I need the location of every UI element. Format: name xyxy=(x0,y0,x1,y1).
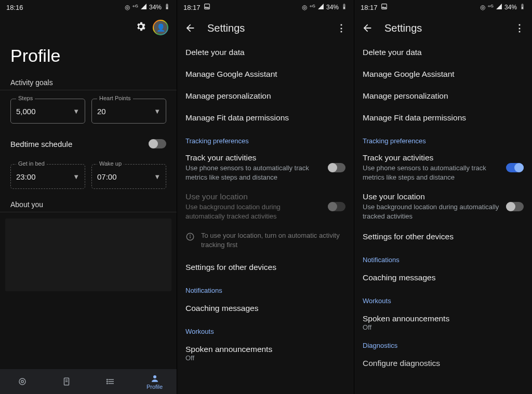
manage-fit-permissions[interactable]: Manage Fit data permissions xyxy=(177,107,354,129)
nav-home[interactable] xyxy=(0,377,44,386)
track-activities-title: Track your activities xyxy=(185,153,322,162)
heart-points-field[interactable]: Heart Points 20 ▼ xyxy=(91,99,166,124)
wake-up-field[interactable]: Wake up 07:00 ▼ xyxy=(91,164,166,189)
battery-icon xyxy=(519,3,526,11)
activity-goals-label: Activity goals xyxy=(0,75,177,90)
svg-point-1 xyxy=(21,381,23,383)
spoken-sub: Off xyxy=(185,354,345,362)
profile-screen: 18:16 ◎ ⁺ᴳ 34% 👤 Profile Activity goals … xyxy=(0,0,177,394)
chevron-down-icon: ▼ xyxy=(73,107,79,115)
hotspot-icon: ◎ xyxy=(125,4,130,11)
clock: 18:16 xyxy=(6,4,23,11)
coaching-messages[interactable]: Coaching messages xyxy=(177,297,354,319)
nav-profile[interactable]: Profile xyxy=(132,374,177,390)
getinbed-value: 23:00 xyxy=(16,172,73,181)
page-title: Profile xyxy=(0,38,177,75)
network-icon: ⁺ᴳ xyxy=(309,4,315,11)
use-location-title: Use your location xyxy=(185,192,322,201)
image-icon xyxy=(381,3,388,11)
status-bar: 18:17 ◎ ⁺ᴳ 34% xyxy=(354,0,532,15)
notifications-header: Notifications xyxy=(177,278,354,297)
divider xyxy=(0,212,177,212)
svg-point-0 xyxy=(19,378,25,385)
bedtime-label: Bedtime schedule xyxy=(10,140,72,148)
hotspot-icon: ◎ xyxy=(302,4,307,11)
use-location-toggle[interactable] xyxy=(506,202,524,211)
tracking-preferences-header: Tracking preferences xyxy=(177,129,354,148)
battery-icon xyxy=(164,3,170,11)
use-location-sub: Use background location during automatic… xyxy=(363,202,500,221)
avatar[interactable]: 👤 xyxy=(153,20,168,35)
workouts-header: Workouts xyxy=(177,319,354,338)
configure-diagnostics[interactable]: Configure diagnostics xyxy=(354,352,532,374)
settings-other-devices[interactable]: Settings for other devices xyxy=(177,256,354,278)
battery-icon xyxy=(341,3,348,11)
track-activities-sub: Use phone sensors to automatically track… xyxy=(185,164,322,182)
back-icon[interactable] xyxy=(362,22,373,34)
spoken-announcements[interactable]: Spoken announcements Off xyxy=(177,338,354,364)
status-bar: 18:16 ◎ ⁺ᴳ 34% xyxy=(0,0,177,15)
battery-text: 34% xyxy=(326,4,339,11)
settings-title: Settings xyxy=(384,22,503,34)
chevron-down-icon: ▼ xyxy=(73,173,79,181)
manage-personalization[interactable]: Manage personalization xyxy=(354,85,532,107)
steps-field[interactable]: Steps 5,000 ▼ xyxy=(10,99,85,124)
network-icon: ⁺ᴳ xyxy=(487,4,494,11)
signal-icon xyxy=(317,3,324,11)
track-activities-toggle[interactable] xyxy=(328,163,345,172)
nav-profile-label: Profile xyxy=(147,384,163,390)
about-you-label: About you xyxy=(0,197,177,212)
use-location-toggle xyxy=(328,202,345,211)
overflow-menu-icon[interactable]: ⋮ xyxy=(336,22,347,34)
use-location-title: Use your location xyxy=(363,192,500,201)
manage-fit-permissions[interactable]: Manage Fit data permissions xyxy=(354,107,532,129)
track-activities-title: Track your activities xyxy=(363,153,500,162)
get-in-bed-field[interactable]: Get in bed 23:00 ▼ xyxy=(10,164,85,189)
wakeup-label: Wake up xyxy=(97,160,124,167)
bottom-nav: Profile xyxy=(0,369,177,394)
battery-text: 34% xyxy=(149,4,162,11)
steps-value: 5,000 xyxy=(16,107,73,116)
manage-assistant[interactable]: Manage Google Assistant xyxy=(354,63,532,85)
about-you-card[interactable] xyxy=(5,219,171,291)
back-icon[interactable] xyxy=(184,22,196,34)
chevron-down-icon: ▼ xyxy=(154,107,161,115)
signal-icon xyxy=(140,3,147,11)
info-icon xyxy=(185,231,195,243)
gear-icon[interactable] xyxy=(135,21,147,34)
steps-label: Steps xyxy=(16,95,35,101)
delete-data[interactable]: Delete your data xyxy=(177,42,354,63)
chevron-down-icon: ▼ xyxy=(154,173,161,181)
tracking-preferences-header: Tracking preferences xyxy=(354,129,532,148)
settings-other-devices[interactable]: Settings for other devices xyxy=(354,226,532,248)
heart-value: 20 xyxy=(97,107,154,116)
info-text: To use your location, turn on automatic … xyxy=(201,231,345,250)
svg-point-9 xyxy=(107,381,108,382)
svg-point-8 xyxy=(107,379,108,381)
status-bar: 18:17 ◎ ⁺ᴳ 34% xyxy=(177,0,354,15)
hotspot-icon: ◎ xyxy=(480,4,485,11)
track-activities-sub: Use phone sensors to automatically track… xyxy=(363,164,500,182)
clock: 18:17 xyxy=(361,4,378,11)
delete-data[interactable]: Delete your data xyxy=(354,42,532,63)
manage-personalization[interactable]: Manage personalization xyxy=(177,85,354,107)
settings-screen-b: 18:17 ◎ ⁺ᴳ 34% Settings ⋮ Delete your da… xyxy=(354,0,532,394)
battery-text: 34% xyxy=(504,4,517,11)
use-location-sub: Use background location during automatic… xyxy=(185,202,322,221)
settings-title: Settings xyxy=(207,22,325,34)
diagnostics-header: Diagnostics xyxy=(354,333,532,352)
clock: 18:17 xyxy=(183,4,201,11)
settings-screen-a: 18:17 ◎ ⁺ᴳ 34% Settings ⋮ Delete your da… xyxy=(177,0,354,394)
track-activities-toggle[interactable] xyxy=(506,163,524,172)
spoken-title: Spoken announcements xyxy=(185,345,345,354)
getinbed-label: Get in bed xyxy=(16,160,47,167)
spoken-announcements[interactable]: Spoken announcements Off xyxy=(354,308,532,333)
coaching-messages[interactable]: Coaching messages xyxy=(354,267,532,289)
manage-assistant[interactable]: Manage Google Assistant xyxy=(177,63,354,85)
signal-icon xyxy=(496,3,502,11)
nav-journal[interactable] xyxy=(44,377,88,386)
bedtime-toggle[interactable] xyxy=(149,139,166,148)
nav-browse[interactable] xyxy=(88,377,132,386)
svg-point-15 xyxy=(190,235,191,236)
overflow-menu-icon[interactable]: ⋮ xyxy=(514,22,525,34)
